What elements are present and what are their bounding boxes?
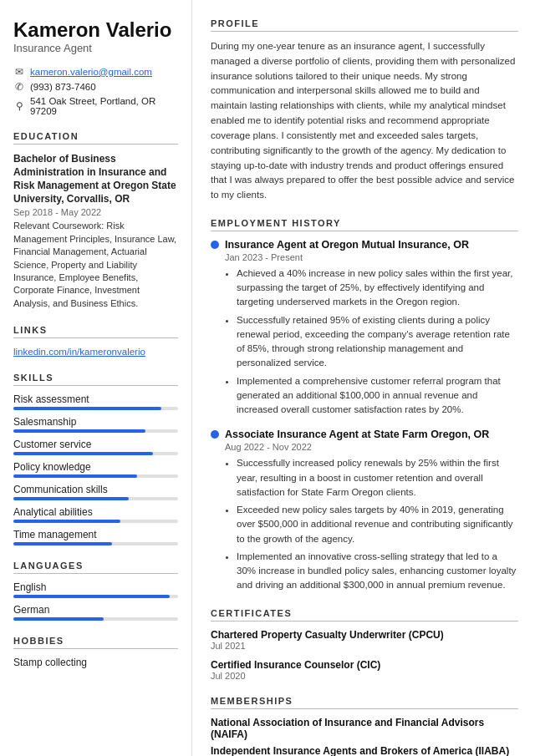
sidebar: Kameron Valerio Insurance Agent ✉ kamero… [0,0,192,756]
job-bullet: Exceeded new policy sales targets by 40%… [237,503,518,546]
skill-item: Customer service [13,439,178,455]
skill-bar-fill [13,429,145,433]
education-title: EDUCATION [13,131,178,145]
job-bullets: Successfully increased policy renewals b… [225,456,518,592]
job-dot [211,241,219,249]
phone-icon: ✆ [13,81,25,93]
memberships-list: National Association of Insurance and Fi… [211,717,518,756]
skill-label: Salesmanship [13,416,178,428]
employment-title: EMPLOYMENT HISTORY [211,218,518,231]
skill-label: Customer service [13,439,178,450]
job-bullets: Achieved a 40% increase in new policy sa… [225,266,518,418]
job-title: Insurance Agent at Oregon Mutual Insuran… [211,239,518,251]
skill-label: Communication skills [13,484,178,495]
job-entry: Insurance Agent at Oregon Mutual Insuran… [211,239,518,418]
cert-entry: Chartered Property Casualty Underwriter … [211,629,518,651]
cert-date: Jul 2021 [211,641,518,651]
resume-container: Kameron Valerio Insurance Agent ✉ kamero… [0,0,535,756]
skill-label: Risk assessment [13,393,178,405]
membership-name: National Association of Insurance and Fi… [211,717,518,740]
hobbies-title: HOBBIES [13,636,178,649]
job-title-text: Associate Insurance Agent at State Farm … [225,429,489,440]
skill-bar-fill [13,520,120,523]
skills-section: SKILLS Risk assessment Salesmanship Cust… [13,373,178,545]
skill-label: Analytical abilities [13,506,178,518]
skill-bar-bg [13,542,178,545]
language-bar-bg [13,595,178,598]
contact-list: ✉ kameron.valerio@gmail.com ✆ (993) 873-… [13,66,178,116]
email-icon: ✉ [13,66,25,78]
profile-title: PROFILE [211,18,518,32]
cert-entry: Certified Insurance Counselor (CIC) Jul … [211,659,518,681]
language-bar-bg [13,617,178,621]
profile-text: During my one-year tenure as an insuranc… [211,39,518,203]
job-dot [211,430,219,439]
skills-title: SKILLS [13,373,178,386]
job-bullet: Achieved a 40% increase in new policy sa… [237,266,518,310]
language-bar-fill [13,617,104,621]
skill-bar-fill [13,407,161,410]
language-item: German [13,604,178,621]
memberships-title: MEMBERSHIPS [211,696,518,709]
job-date: Aug 2022 - Nov 2022 [225,442,518,452]
cert-date: Jul 2020 [211,671,518,681]
main-content: PROFILE During my one-year tenure as an … [192,0,535,756]
candidate-title: Insurance Agent [13,42,178,54]
linkedin-link[interactable]: linkedin.com/in/kameronvalerio [13,347,145,357]
job-bullet: Implemented an innovative cross-selling … [237,550,518,593]
job-entry: Associate Insurance Agent at State Farm … [211,429,518,592]
skill-bar-fill [13,497,129,500]
candidate-name: Kameron Valerio [13,18,178,42]
languages-section: LANGUAGES English German [13,561,178,621]
phone-text: (993) 873-7460 [30,82,96,92]
skill-bar-bg [13,407,178,410]
contact-address: ⚲ 541 Oak Street, Portland, OR 97209 [13,96,178,116]
job-bullet: Implemented a comprehensive customer ref… [237,374,518,418]
membership-name: Independent Insurance Agents and Brokers… [211,745,518,756]
skill-item: Salesmanship [13,416,178,433]
header-section: Kameron Valerio Insurance Agent ✉ kamero… [13,18,178,116]
hobbies-list: Stamp collecting [13,657,178,668]
skill-item: Communication skills [13,484,178,500]
memberships-section: MEMBERSHIPS National Association of Insu… [211,696,518,756]
language-label: German [13,604,178,616]
links-title: LINKS [13,325,178,338]
skill-item: Risk assessment [13,393,178,410]
profile-section: PROFILE During my one-year tenure as an … [211,18,518,203]
location-icon: ⚲ [13,100,25,112]
edu-degree: Bachelor of Business Administration in I… [13,152,178,206]
membership-entry: Independent Insurance Agents and Brokers… [211,745,518,756]
email-link[interactable]: kameron.valerio@gmail.com [30,67,152,77]
skill-item: Analytical abilities [13,506,178,523]
cert-name: Certified Insurance Counselor (CIC) [211,659,518,671]
hobby-item: Stamp collecting [13,657,178,668]
contact-email: ✉ kameron.valerio@gmail.com [13,66,178,78]
skill-label: Policy knowledge [13,461,178,473]
membership-entry: National Association of Insurance and Fi… [211,717,518,740]
skill-item: Time management [13,529,178,545]
certs-list: Chartered Property Casualty Underwriter … [211,629,518,681]
job-bullet: Successfully increased policy renewals b… [237,456,518,500]
edu-date: Sep 2018 - May 2022 [13,207,178,217]
skill-bar-bg [13,520,178,523]
links-section: LINKS linkedin.com/in/kameronvalerio [13,325,178,358]
education-section: EDUCATION Bachelor of Business Administr… [13,131,178,310]
language-bar-fill [13,595,170,598]
contact-phone: ✆ (993) 873-7460 [13,81,178,93]
edu-coursework: Relevant Coursework: Risk Management Pri… [13,220,178,310]
cert-name: Chartered Property Casualty Underwriter … [211,629,518,641]
linkedin-link-item: linkedin.com/in/kameronvalerio [13,346,178,358]
skill-bar-fill [13,452,153,455]
certificates-section: CERTIFICATES Chartered Property Casualty… [211,608,518,681]
skill-bar-bg [13,429,178,433]
skill-bar-bg [13,452,178,455]
skills-list: Risk assessment Salesmanship Customer se… [13,393,178,545]
address-text: 541 Oak Street, Portland, OR 97209 [30,96,178,116]
job-title: Associate Insurance Agent at State Farm … [211,429,518,440]
certificates-title: CERTIFICATES [211,608,518,622]
skill-bar-bg [13,497,178,500]
skill-item: Policy knowledge [13,461,178,478]
skill-bar-fill [13,542,112,545]
jobs-list: Insurance Agent at Oregon Mutual Insuran… [211,239,518,593]
job-date: Jan 2023 - Present [225,252,518,262]
